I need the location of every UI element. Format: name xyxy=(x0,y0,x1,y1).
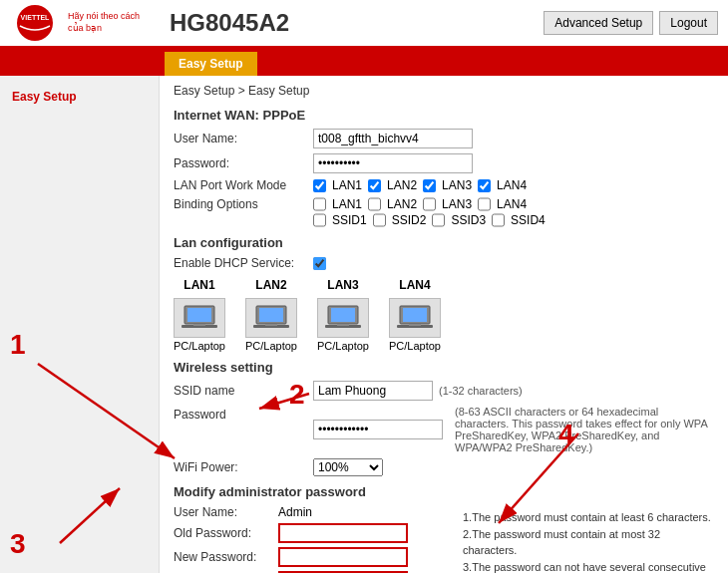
lan4-col-header: LAN4 xyxy=(399,278,430,292)
lan2-col-header: LAN2 xyxy=(255,278,286,292)
old-password-label: Old Password: xyxy=(174,526,278,540)
binding-ssid-row: SSID1 SSID2 SSID3 SSID4 xyxy=(313,213,546,227)
bind-lan3[interactable] xyxy=(423,197,436,211)
svg-rect-17 xyxy=(409,324,421,326)
advanced-setup-button[interactable]: Advanced Setup xyxy=(544,11,653,35)
logo-area: VIETTEL Hãy nói theo cách của bạn xyxy=(10,4,170,42)
sidebar: Easy Setup xyxy=(0,76,160,573)
wifi-power-label: WiFi Power: xyxy=(174,460,313,474)
confirm-password-input[interactable] xyxy=(278,571,408,573)
lan4-col: LAN4 PC/Laptop xyxy=(389,278,441,352)
svg-rect-7 xyxy=(259,308,283,322)
username-input[interactable] xyxy=(313,129,473,148)
lan4-checkbox[interactable] xyxy=(478,179,491,192)
logout-button[interactable]: Logout xyxy=(659,11,718,35)
lan1-device-label: PC/Laptop xyxy=(174,340,225,352)
svg-point-0 xyxy=(17,5,53,41)
password-input[interactable] xyxy=(313,153,473,173)
lan3-col: LAN3 PC/Laptop xyxy=(317,278,369,352)
lan1-col: LAN1 PC/Laptop xyxy=(174,278,225,352)
admin-password-title: Modify administrator password xyxy=(174,484,714,499)
admin-section: User Name: Admin Old Password: New Passw… xyxy=(174,505,714,573)
nav-tabs: Easy Setup xyxy=(0,48,728,76)
rule-2: 2.The password must contain at most 32 c… xyxy=(463,526,714,559)
ssid-label: SSID name xyxy=(174,384,313,398)
password-label: Password: xyxy=(174,156,313,170)
breadcrumb: Easy Setup > Easy Setup xyxy=(174,84,714,98)
wifi-password-hint: (8-63 ASCII characters or 64 hexadecimal… xyxy=(455,406,714,453)
lan3-label: LAN3 xyxy=(442,178,472,192)
binding-options-row: Binding Options LAN1 LAN2 LAN3 LAN4 SSID… xyxy=(174,197,714,227)
wireless-title: Wireless setting xyxy=(174,360,714,375)
binding-label: Binding Options xyxy=(174,197,313,211)
old-password-row: Old Password: xyxy=(174,523,453,543)
internet-wan-title: Internet WAN: PPPoE xyxy=(174,108,714,123)
pc-laptop-icon xyxy=(180,303,219,333)
username-row: User Name: xyxy=(174,129,714,148)
dhcp-row: Enable DHCP Service: xyxy=(174,256,714,270)
lan4-icon xyxy=(389,298,441,338)
lan-table: LAN1 PC/Laptop LAN2 xyxy=(174,278,714,352)
bind-lan1[interactable] xyxy=(313,197,326,211)
pc-laptop-icon2 xyxy=(251,303,291,333)
ssid-row: SSID name (1-32 characters) xyxy=(174,381,714,401)
lan3-col-header: LAN3 xyxy=(327,278,358,292)
bind-lan2[interactable] xyxy=(368,197,381,211)
sidebar-item-easy-setup[interactable]: Easy Setup xyxy=(0,84,159,110)
header: VIETTEL Hãy nói theo cách của bạn HG8045… xyxy=(0,0,728,48)
bind-ssid4[interactable] xyxy=(492,213,505,227)
lan3-icon xyxy=(317,298,369,338)
lan3-checkbox[interactable] xyxy=(423,179,436,192)
lan1-col-header: LAN1 xyxy=(183,278,214,292)
bind-ssid3[interactable] xyxy=(432,213,445,227)
svg-rect-13 xyxy=(337,324,349,326)
lan1-label: LAN1 xyxy=(332,178,362,192)
dhcp-checkbox[interactable] xyxy=(313,257,326,270)
bind-ssid2[interactable] xyxy=(373,213,386,227)
main-content: Easy Setup > Easy Setup Internet WAN: PP… xyxy=(160,76,728,573)
ssid-hint: (1-32 characters) xyxy=(439,385,523,397)
svg-rect-11 xyxy=(331,308,355,322)
lan1-checkbox[interactable] xyxy=(313,179,326,192)
svg-rect-9 xyxy=(265,324,277,326)
lan-port-label: LAN Port Work Mode xyxy=(174,178,313,192)
new-password-input[interactable] xyxy=(278,547,408,567)
svg-text:VIETTEL: VIETTEL xyxy=(21,14,51,21)
lan2-device-label: PC/Laptop xyxy=(245,340,297,352)
rule-3: 3.The password can not have several cons… xyxy=(463,559,714,574)
new-password-label: New Password: xyxy=(174,550,278,564)
easy-setup-tab[interactable]: Easy Setup xyxy=(165,52,257,76)
username-label: User Name: xyxy=(174,132,313,145)
svg-rect-5 xyxy=(193,324,205,326)
viettel-logo: VIETTEL xyxy=(10,4,60,42)
layout: Easy Setup Easy Setup > Easy Setup Inter… xyxy=(0,76,728,573)
lan4-device-label: PC/Laptop xyxy=(389,340,441,352)
admin-left: User Name: Admin Old Password: New Passw… xyxy=(174,505,453,573)
lan2-icon xyxy=(245,298,297,338)
binding-checks: LAN1 LAN2 LAN3 LAN4 SSID1 SSID2 SSID3 SS… xyxy=(313,197,546,227)
bind-ssid1[interactable] xyxy=(313,213,326,227)
pc-laptop-icon3 xyxy=(323,303,363,333)
old-password-input[interactable] xyxy=(278,523,408,543)
ssid-input[interactable] xyxy=(313,381,433,401)
model-name: HG8045A2 xyxy=(170,9,544,37)
wifi-power-select[interactable]: 100% 75% 50% 25% xyxy=(313,458,383,476)
svg-rect-3 xyxy=(187,308,211,322)
admin-rules: 1.The password must contain at least 6 c… xyxy=(463,505,714,573)
lan2-label: LAN2 xyxy=(387,178,417,192)
lan-checkboxes: LAN1 LAN2 LAN3 LAN4 xyxy=(313,178,527,192)
lan-config-title: Lan configuration xyxy=(174,235,714,250)
wifi-password-input[interactable] xyxy=(313,420,443,439)
admin-username-row: User Name: Admin xyxy=(174,505,453,519)
admin-username-label: User Name: xyxy=(174,505,278,519)
binding-lan-row: LAN1 LAN2 LAN3 LAN4 xyxy=(313,197,546,211)
svg-rect-15 xyxy=(403,308,427,322)
admin-username-value: Admin xyxy=(278,505,312,519)
wifi-password-row: Password (8-63 ASCII characters or 64 he… xyxy=(174,406,714,453)
bind-lan4[interactable] xyxy=(478,197,491,211)
lan2-checkbox[interactable] xyxy=(368,179,381,192)
logo-tagline: Hãy nói theo cách của bạn xyxy=(68,11,148,34)
lan-port-row: LAN Port Work Mode LAN1 LAN2 LAN3 LAN4 xyxy=(174,178,714,192)
wifi-password-content: (8-63 ASCII characters or 64 hexadecimal… xyxy=(313,406,714,453)
header-buttons: Advanced Setup Logout xyxy=(544,11,718,35)
